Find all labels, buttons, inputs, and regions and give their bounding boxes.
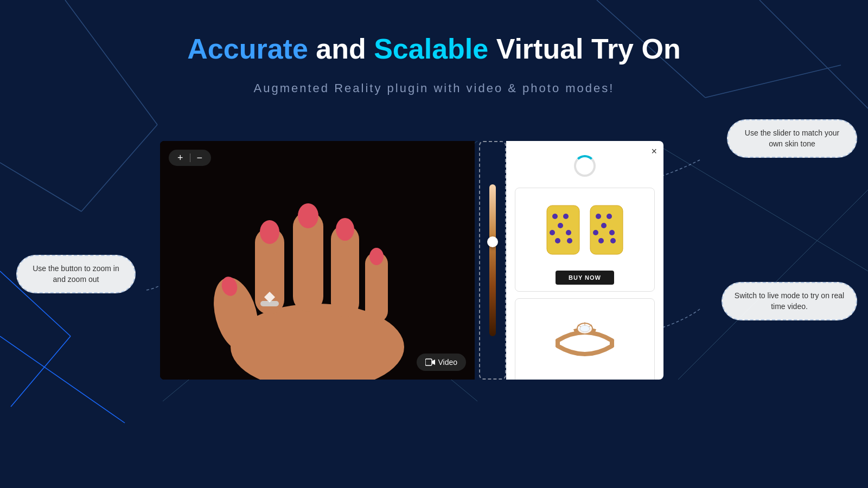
svg-line-4: [11, 336, 71, 407]
svg-point-22: [336, 218, 354, 241]
zoom-controls: + −: [169, 150, 211, 166]
zoom-divider: [190, 153, 190, 162]
camera-view: + − Video: [160, 141, 475, 380]
svg-marker-31: [432, 359, 435, 365]
svg-point-46: [598, 238, 604, 243]
skin-tone-slider-area[interactable]: [479, 141, 506, 380]
title-rest: Virtual Try On: [488, 33, 680, 65]
tooltip-skin-tone: Use the slider to match your own skin to…: [727, 119, 857, 158]
tooltip-skin-text: Use the slider to match your own skin to…: [745, 129, 839, 148]
svg-line-2: [0, 163, 81, 211]
tooltip-live-mode: Switch to live mode to try on real time …: [722, 282, 857, 320]
svg-point-20: [298, 203, 318, 228]
title-accurate: Accurate: [187, 33, 308, 65]
svg-point-34: [563, 214, 569, 219]
product-panel: ×: [506, 141, 663, 380]
svg-point-51: [580, 325, 590, 332]
svg-rect-32: [547, 206, 579, 254]
product-image-ring: [536, 305, 634, 376]
zoom-out-button[interactable]: −: [196, 153, 204, 163]
skin-slider-track[interactable]: [489, 184, 496, 336]
title-scalable: Scalable: [374, 33, 488, 65]
svg-point-36: [550, 230, 555, 235]
svg-point-39: [567, 238, 572, 243]
loading-spinner: [574, 155, 596, 177]
buy-now-label-1: BUY NOW: [569, 274, 601, 281]
svg-point-45: [609, 230, 615, 235]
svg-line-1: [81, 125, 157, 211]
ring-svg: [541, 308, 628, 373]
svg-point-43: [601, 223, 607, 228]
tooltip-live-text: Switch to live mode to try on real time …: [735, 291, 844, 311]
svg-point-37: [566, 230, 571, 235]
hand-background: [160, 141, 475, 380]
svg-point-38: [555, 238, 560, 243]
svg-line-11: [651, 141, 868, 271]
svg-point-18: [260, 220, 279, 244]
svg-point-35: [558, 223, 563, 228]
svg-point-41: [596, 214, 601, 219]
page-title: Accurate and Scalable Virtual Try On: [0, 33, 868, 65]
svg-point-44: [593, 230, 598, 235]
nail-art-svg: [536, 197, 634, 262]
svg-line-5: [0, 336, 125, 423]
zoom-in-button[interactable]: +: [176, 153, 184, 163]
video-icon: [425, 358, 435, 366]
title-and: and: [308, 33, 374, 65]
main-content: + − Video ×: [160, 141, 663, 380]
svg-rect-27: [263, 369, 372, 380]
svg-point-33: [552, 214, 558, 219]
product-card-2: BUY NOW: [515, 298, 655, 380]
svg-rect-30: [425, 359, 432, 365]
product-card-1: BUY NOW: [515, 188, 655, 292]
product-image-nail-art: [536, 195, 634, 265]
video-mode-button[interactable]: Video: [417, 354, 466, 371]
svg-rect-40: [590, 206, 623, 254]
svg-point-24: [369, 248, 384, 265]
close-button[interactable]: ×: [651, 146, 657, 156]
buy-now-button-1[interactable]: BUY NOW: [556, 271, 614, 285]
header: Accurate and Scalable Virtual Try On Aug…: [0, 0, 868, 95]
svg-point-47: [610, 238, 616, 243]
skin-slider-thumb[interactable]: [487, 236, 498, 247]
tooltip-zoom-text: Use the button to zoom in and zoom out: [33, 264, 119, 284]
page-subtitle: Augmented Reality plugin with video & ph…: [0, 81, 868, 95]
video-label: Video: [438, 358, 457, 367]
svg-point-42: [607, 214, 612, 219]
tooltip-zoom: Use the button to zoom in and zoom out: [16, 255, 136, 293]
